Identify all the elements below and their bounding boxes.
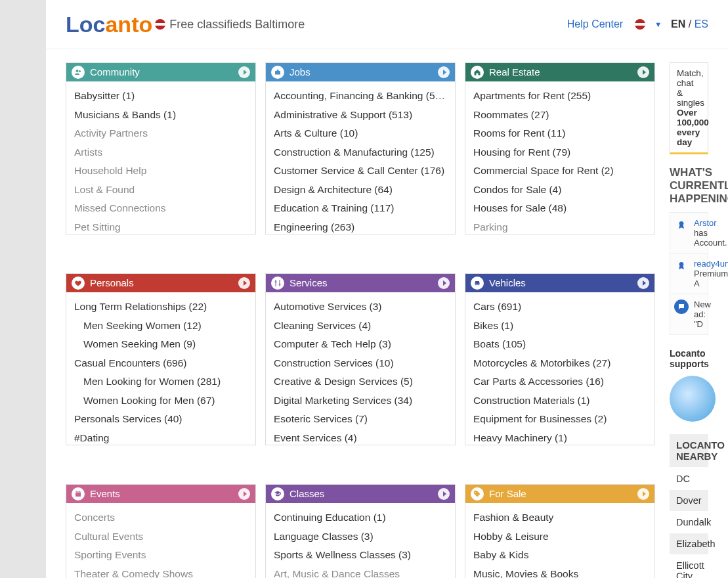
category-link[interactable]: Education & Training (117) <box>274 199 447 218</box>
category-link[interactable]: Fashion & Beauty <box>473 508 647 527</box>
category-link[interactable]: Casual Encounters (696) <box>74 354 247 373</box>
category-link[interactable]: #Dating <box>74 429 247 446</box>
nearby-city-link[interactable]: DC <box>670 468 708 490</box>
logo[interactable]: Locanto <box>66 12 152 37</box>
chevron-right-icon[interactable] <box>637 66 649 78</box>
category-link[interactable]: Language Classes (3) <box>274 527 447 546</box>
category-header[interactable]: Community <box>66 63 255 81</box>
category-header[interactable]: Services <box>266 274 455 292</box>
category-link[interactable]: Automotive Services (3) <box>274 298 447 317</box>
category-link[interactable]: Customer Service & Call Center (176) <box>274 162 447 181</box>
category-link[interactable]: Theater & Comedy Shows <box>74 565 247 579</box>
category-link[interactable]: Commercial Space for Rent (2) <box>473 162 647 181</box>
category-link[interactable]: Babysitter (1) <box>74 87 247 106</box>
category-header[interactable]: Jobs <box>266 63 455 81</box>
category-header[interactable]: Real Estate <box>465 63 654 81</box>
category-link[interactable]: Accounting, Financing & Banking (543) <box>274 87 447 106</box>
nearby-city-link[interactable]: Ellicott City <box>670 555 708 578</box>
ad-panel[interactable]: Match, chat & singles Over 100,000 every… <box>670 62 708 154</box>
category-link[interactable]: Continuing Education (1) <box>274 508 447 527</box>
category-link[interactable]: Engineering (263) <box>274 218 447 235</box>
category-link[interactable]: Construction & Manufacturing (125) <box>274 143 447 162</box>
category-link[interactable]: Construction Materials (1) <box>473 391 647 411</box>
category-link[interactable]: Creative & Design Services (5) <box>274 372 447 391</box>
category-link[interactable]: Missed Connections <box>74 199 247 218</box>
category-header[interactable]: Classes <box>266 485 455 503</box>
category-link[interactable]: Personals Services (40) <box>74 410 247 429</box>
category-link[interactable]: Concerts <box>74 508 247 527</box>
category-link[interactable]: Boats (105) <box>473 335 647 354</box>
category-link[interactable]: Parking <box>473 218 647 235</box>
category-link[interactable]: Digital Marketing Services (34) <box>274 391 447 411</box>
category-link[interactable]: Cleaning Services (4) <box>274 317 447 336</box>
user-link[interactable]: ready4uno <box>694 259 728 269</box>
category-header[interactable]: For Sale <box>465 485 654 503</box>
category-link[interactable]: Administrative & Support (513) <box>274 106 447 125</box>
category-link[interactable]: Houses for Sale (48) <box>473 199 647 218</box>
category-title: Services <box>289 274 328 292</box>
nearby-heading: LOCANTO NEARBY <box>670 434 708 467</box>
category-link[interactable]: Pet Sitting <box>74 218 247 235</box>
category-link[interactable]: Cars (691) <box>473 298 647 317</box>
category-link[interactable]: Heavy Machinery (1) <box>473 429 647 446</box>
chevron-right-icon[interactable] <box>238 277 250 289</box>
category-link[interactable]: Apartments for Rent (255) <box>473 87 647 106</box>
category-link[interactable]: Household Help <box>74 162 247 181</box>
category-link[interactable]: Esoteric Services (7) <box>274 410 447 429</box>
category-link[interactable]: Women Looking for Men (67) <box>74 391 247 411</box>
category-link[interactable]: Long Term Relationships (22) <box>74 298 247 317</box>
chevron-right-icon[interactable] <box>438 66 450 78</box>
chevron-down-icon[interactable]: ▼ <box>654 20 662 28</box>
category-link[interactable]: Artists <box>74 143 247 162</box>
category-link[interactable]: Design & Architecture (64) <box>274 181 447 200</box>
category-link[interactable]: Arts & Culture (10) <box>274 124 447 143</box>
category-link[interactable]: Music, Movies & Books <box>473 565 647 579</box>
lang-en[interactable]: EN <box>671 18 685 30</box>
nearby-city-link[interactable]: Dover <box>670 490 708 512</box>
nearby-city-link[interactable]: Dundalk <box>670 512 708 533</box>
category-link[interactable]: Event Services (4) <box>274 429 447 446</box>
chevron-right-icon[interactable] <box>438 488 450 500</box>
category-link[interactable]: Activity Partners <box>74 124 247 143</box>
category-link[interactable]: Roommates (27) <box>473 106 647 125</box>
ad-line-bold: Over 100,000 every day <box>677 108 701 147</box>
user-link[interactable]: Arstor <box>694 218 717 228</box>
chevron-right-icon[interactable] <box>438 277 450 289</box>
category-link[interactable]: Equipment for Businesses (2) <box>473 410 647 429</box>
category-link[interactable]: Sports & Wellness Classes (3) <box>274 546 447 565</box>
category-link[interactable]: Bikes (1) <box>473 317 647 336</box>
category-link[interactable]: Cultural Events <box>74 527 247 546</box>
category-link[interactable]: Lost & Found <box>74 181 247 200</box>
activity-row[interactable]: ready4uno Premium A <box>670 254 708 294</box>
category-link[interactable]: Computer & Tech Help (3) <box>274 335 447 354</box>
chevron-right-icon[interactable] <box>637 488 649 500</box>
category-header[interactable]: Events <box>66 485 255 503</box>
category-link[interactable]: Hobby & Leisure <box>473 527 647 546</box>
flag-icon[interactable] <box>635 19 645 30</box>
category-link[interactable]: Sporting Events <box>74 546 247 565</box>
category-link[interactable]: Motorcycles & Motorbikes (27) <box>473 354 647 373</box>
language-switch[interactable]: EN / ES <box>671 18 708 30</box>
category-link[interactable]: Musicians & Bands (1) <box>74 106 247 125</box>
category-link[interactable]: Art, Music & Dance Classes <box>274 565 447 579</box>
category-header[interactable]: Personals <box>66 274 255 292</box>
chevron-right-icon[interactable] <box>637 277 649 289</box>
category-link[interactable]: Car Parts & Accessories (16) <box>473 372 647 391</box>
category-link[interactable]: Men Looking for Women (281) <box>74 372 247 391</box>
lang-es[interactable]: ES <box>695 18 708 30</box>
flag-icon <box>155 19 165 30</box>
chevron-right-icon[interactable] <box>238 488 250 500</box>
activity-row[interactable]: Arstor has Account. <box>670 213 708 254</box>
category-header[interactable]: Vehicles <box>465 274 654 292</box>
category-link[interactable]: Women Seeking Men (9) <box>74 335 247 354</box>
category-link[interactable]: Rooms for Rent (11) <box>473 124 647 143</box>
category-link[interactable]: Housing for Rent (79) <box>473 143 647 162</box>
help-center-link[interactable]: Help Center <box>567 18 623 30</box>
category-link[interactable]: Men Seeking Women (12) <box>74 317 247 336</box>
nearby-city-link[interactable]: Elizabeth <box>670 533 708 555</box>
category-link[interactable]: Construction Services (10) <box>274 354 447 373</box>
chevron-right-icon[interactable] <box>238 66 250 78</box>
activity-row[interactable]: New ad: "D <box>670 294 708 334</box>
category-link[interactable]: Condos for Sale (4) <box>473 181 647 200</box>
category-link[interactable]: Baby & Kids <box>473 546 647 565</box>
